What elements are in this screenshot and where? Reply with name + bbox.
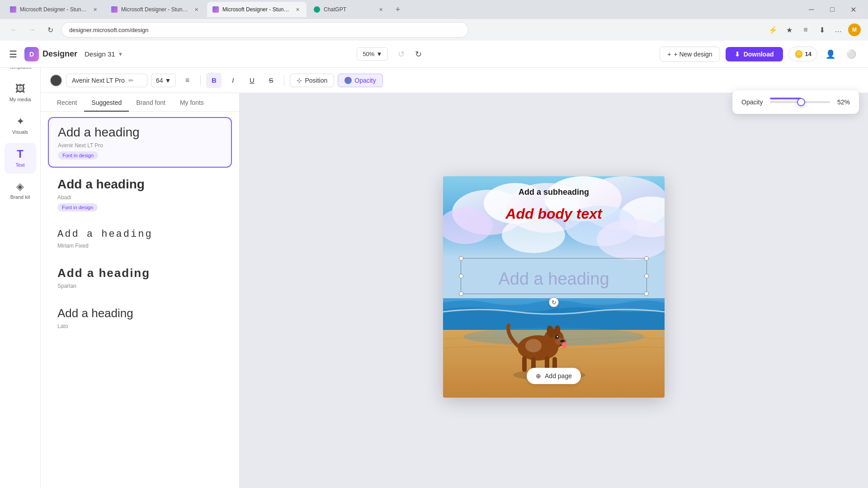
tab-title-chatgpt: ChatGPT — [324, 6, 373, 13]
font-card-abadi[interactable]: Add a heading Abadi Font in design — [48, 169, 232, 219]
new-design-plus-icon: + — [667, 51, 671, 58]
font-badge-avenir: Font in design — [58, 151, 98, 160]
font-selector[interactable]: Avenir Next LT Pro ✏ — [66, 74, 147, 87]
tab-close-chatgpt[interactable]: ✕ — [377, 6, 384, 13]
tab-my-fonts[interactable]: My fonts — [173, 94, 211, 112]
design-title[interactable]: Design 31 ▼ — [85, 50, 123, 58]
position-icon: ⊹ — [297, 77, 302, 84]
handle-top-left[interactable] — [459, 256, 463, 261]
add-page-label: Add page — [545, 372, 572, 380]
account-button[interactable]: ⚪ — [844, 47, 859, 62]
new-design-label: + New design — [674, 51, 712, 58]
reading-mode-button[interactable]: ≡ — [799, 23, 812, 36]
svg-point-9 — [502, 217, 565, 253]
tab-favicon-3 — [212, 6, 219, 13]
font-badge-abadi: Font in design — [57, 203, 98, 211]
sidebar-label-brand-kit: Brand kit — [10, 194, 30, 200]
font-card-lato[interactable]: Add a heading Lato — [48, 299, 232, 337]
strikethrough-button[interactable]: S — [263, 73, 278, 88]
maximize-button[interactable]: □ — [822, 2, 843, 17]
tab-favicon-chatgpt — [314, 6, 320, 13]
close-button[interactable]: ✕ — [843, 2, 863, 17]
profile-button[interactable]: M — [848, 23, 861, 36]
redo-button[interactable]: ↻ — [410, 47, 426, 62]
url-bar[interactable]: designer.microsoft.com/design — [61, 22, 468, 38]
handle-middle-right[interactable] — [644, 274, 649, 278]
address-bar: ← → ↻ designer.microsoft.com/design ⚡ ★ … — [0, 19, 868, 41]
sidebar-item-my-media[interactable]: 🖼 My media — [5, 78, 36, 108]
new-tab-button[interactable]: + — [392, 3, 404, 16]
handle-middle-left[interactable] — [459, 274, 463, 278]
extensions-button[interactable]: ⚡ — [767, 23, 779, 36]
tab-recent[interactable]: Recent — [50, 94, 84, 112]
forward-button[interactable]: → — [25, 23, 39, 37]
canvas-subheading[interactable]: Add a subheading — [519, 188, 589, 197]
add-page-plus-icon: ⊕ — [536, 372, 541, 380]
zoom-value: 50% — [363, 51, 374, 57]
font-name-spartan: Spartan — [57, 283, 222, 289]
tab-close-1[interactable]: ✕ — [91, 6, 99, 13]
opacity-slider-container[interactable] — [770, 98, 830, 107]
sidebar-label-my-media: My media — [9, 97, 31, 103]
tab-2[interactable]: Microsoft Designer - Stunning ✕ — [106, 2, 205, 17]
sidebar-item-visuals[interactable]: ✦ Visuals — [5, 110, 36, 141]
font-name-display: Avenir Next LT Pro — [72, 77, 125, 84]
rotate-handle[interactable]: ↻ — [549, 297, 559, 307]
settings-button[interactable]: … — [832, 23, 844, 36]
font-name-avenir: Avenir Next LT Pro — [58, 142, 222, 149]
tab-suggested[interactable]: Suggested — [84, 94, 129, 112]
tab-close-3[interactable]: ✕ — [294, 6, 301, 13]
add-page-button[interactable]: ⊕ Add page — [527, 368, 581, 384]
text-icon: T — [17, 148, 24, 160]
tab-close-2[interactable]: ✕ — [193, 6, 200, 13]
sidebar-item-brand-kit[interactable]: ◈ Brand kit — [5, 175, 36, 206]
font-size-selector[interactable]: 64 ▼ — [151, 74, 176, 87]
font-card-miriam[interactable]: Add a heading Miriam Fixed — [48, 221, 232, 257]
font-card-avenir[interactable]: Add a heading Avenir Next LT Pro Font in… — [48, 117, 232, 168]
underline-button[interactable]: U — [244, 73, 259, 88]
tab-3[interactable]: Microsoft Designer - Stunning ✕ — [207, 2, 307, 17]
tab-brand-font[interactable]: Brand font — [129, 94, 173, 112]
font-edit-icon: ✏ — [128, 77, 134, 84]
share-button[interactable]: 👤 — [823, 47, 838, 62]
minimize-button[interactable]: ─ — [801, 2, 822, 17]
refresh-button[interactable]: ↻ — [43, 23, 57, 37]
text-align-button[interactable]: ≡ — [179, 73, 195, 88]
tab-chatgpt[interactable]: ChatGPT ✕ — [308, 2, 390, 17]
selection-box[interactable]: ↻ — [461, 258, 647, 294]
tab-title-1: Microsoft Designer - Stunning — [20, 6, 88, 13]
toolbar-divider-1 — [200, 75, 201, 86]
svg-point-22 — [562, 342, 566, 348]
svg-rect-23 — [522, 356, 527, 372]
download-label: Download — [744, 51, 774, 58]
new-design-button[interactable]: + + New design — [660, 47, 720, 62]
design-canvas[interactable]: Add a subheading Add body text Add a hea… — [443, 176, 665, 398]
svg-point-20 — [557, 336, 558, 338]
coins-badge[interactable]: 🪙 14 — [788, 47, 817, 61]
logo-area: D Designer — [24, 47, 77, 61]
font-heading-miriam: Add a heading — [57, 229, 222, 240]
text-color-button[interactable] — [50, 74, 62, 87]
zoom-chevron-icon: ▼ — [376, 51, 382, 57]
back-button[interactable]: ← — [7, 23, 21, 37]
tab-favicon-2 — [111, 6, 118, 13]
undo-button[interactable]: ↺ — [393, 47, 409, 62]
tab-bar: Microsoft Designer - Stunning ✕ Microsof… — [0, 0, 868, 19]
italic-button[interactable]: I — [225, 73, 241, 88]
download-button[interactable]: ⬇ Download — [726, 47, 783, 61]
font-card-spartan[interactable]: Add a heading Spartan — [48, 258, 232, 297]
sidebar-item-text[interactable]: T Text — [5, 143, 36, 174]
hamburger-menu-icon[interactable]: ☰ — [9, 49, 17, 60]
opacity-slider-thumb[interactable] — [797, 98, 805, 106]
opacity-button[interactable]: Opacity — [338, 74, 382, 87]
favorites-button[interactable]: ★ — [783, 23, 796, 36]
bold-button[interactable]: B — [206, 73, 222, 88]
position-button[interactable]: ⊹ Position — [290, 74, 334, 87]
zoom-control[interactable]: 50% ▼ — [357, 47, 388, 61]
canvas-body-text[interactable]: Add body text — [505, 206, 602, 222]
font-list: Add a heading Avenir Next LT Pro Font in… — [41, 112, 239, 343]
tab-1[interactable]: Microsoft Designer - Stunning ✕ — [5, 2, 104, 17]
downloads-button[interactable]: ⬇ — [816, 23, 828, 36]
font-size-chevron-icon: ▼ — [165, 77, 171, 84]
sidebar-label-visuals: Visuals — [12, 129, 28, 135]
